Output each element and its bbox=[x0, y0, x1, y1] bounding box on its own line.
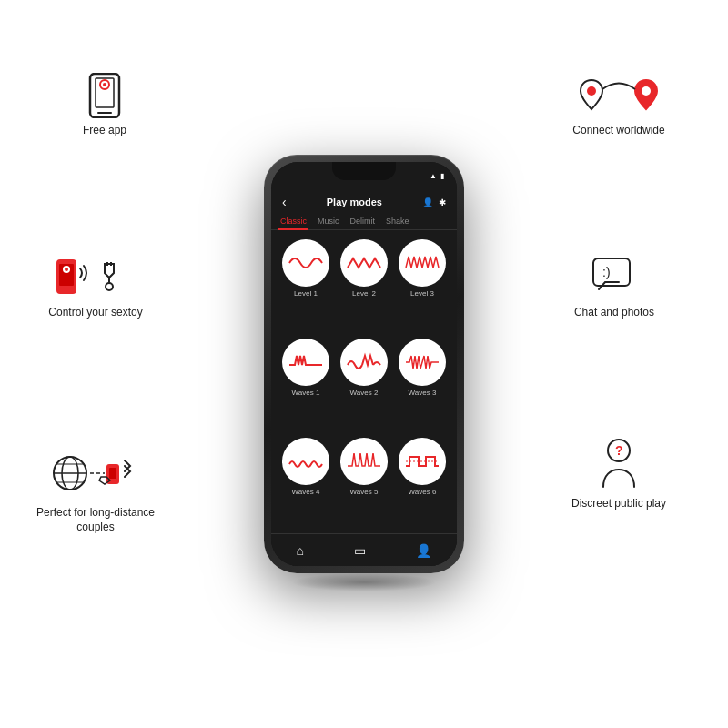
mode-waves3[interactable]: Waves 3 bbox=[397, 339, 448, 430]
phone-notch bbox=[332, 162, 396, 180]
header-icons: 👤 ✱ bbox=[422, 197, 446, 207]
profile-nav-icon[interactable]: 👤 bbox=[416, 543, 431, 558]
svg-text:?: ? bbox=[615, 443, 623, 458]
tab-music[interactable]: Music bbox=[316, 213, 341, 229]
bottom-nav: ⌂ ▭ 👤 bbox=[271, 533, 457, 566]
svg-point-8 bbox=[65, 268, 68, 271]
phone-outer: ▲ ▮ ‹ Play modes 👤 ✱ Classic Music bbox=[264, 155, 464, 573]
chat-nav-icon[interactable]: ▭ bbox=[354, 543, 366, 558]
mode-circle-level2 bbox=[340, 239, 388, 287]
mode-circle-level1 bbox=[282, 239, 329, 287]
mode-circle-level3 bbox=[399, 239, 446, 287]
feature-discreet: ? Discreet public play bbox=[560, 437, 678, 511]
wifi-icon: ▲ bbox=[430, 172, 437, 180]
app-title: Play modes bbox=[287, 197, 422, 207]
phone-inner: ▲ ▮ ‹ Play modes 👤 ✱ Classic Music bbox=[271, 162, 457, 566]
longdist-label: Perfect for long-distance couples bbox=[27, 506, 164, 534]
mode-waves1[interactable]: Waves 1 bbox=[280, 339, 331, 430]
mode-waves4[interactable]: Waves 4 bbox=[280, 438, 331, 530]
connect-icon bbox=[573, 73, 664, 118]
control-label: Control your sextoy bbox=[48, 306, 142, 320]
mode-label-level3: Level 3 bbox=[410, 289, 434, 298]
modes-grid: Level 1 Level 2 bbox=[271, 236, 457, 533]
mode-label-waves4: Waves 4 bbox=[292, 488, 320, 496]
chat-label: Chat and photos bbox=[574, 306, 654, 320]
mode-label-level1: Level 1 bbox=[294, 289, 318, 298]
page-container: Free app Control your sextoy bbox=[0, 0, 728, 728]
phone-shadow bbox=[291, 573, 437, 592]
battery-icon: ▮ bbox=[440, 172, 444, 180]
mode-label-waves3: Waves 3 bbox=[409, 389, 437, 397]
screen-content: ‹ Play modes 👤 ✱ Classic Music Delimit S… bbox=[271, 189, 457, 566]
mode-circle-waves6 bbox=[399, 438, 446, 485]
feature-chat: :) Chat and photos bbox=[555, 255, 673, 320]
control-icon bbox=[55, 255, 136, 300]
mode-waves6[interactable]: Waves 6 bbox=[397, 438, 448, 530]
connect-label: Connect worldwide bbox=[572, 124, 664, 138]
chat-icon: :) bbox=[592, 255, 637, 300]
mode-circle-waves5 bbox=[340, 438, 388, 485]
svg-point-22 bbox=[642, 86, 651, 96]
svg-point-21 bbox=[587, 86, 596, 96]
feature-free-app: Free app bbox=[55, 73, 155, 138]
mode-label-waves2: Waves 2 bbox=[350, 389, 379, 397]
bluetooth-icon: ✱ bbox=[439, 197, 446, 207]
mode-circle-waves4 bbox=[282, 438, 329, 485]
svg-point-12 bbox=[106, 283, 113, 290]
svg-point-3 bbox=[103, 83, 106, 86]
feature-connect: Connect worldwide bbox=[555, 73, 682, 138]
mode-label-level2: Level 2 bbox=[352, 289, 376, 298]
feature-longdist: Perfect for long-distance couples bbox=[27, 446, 164, 534]
mode-level2[interactable]: Level 2 bbox=[339, 239, 389, 331]
longdist-icon bbox=[50, 446, 141, 500]
tab-delimit[interactable]: Delimit bbox=[349, 213, 378, 229]
discreet-icon: ? bbox=[596, 437, 642, 491]
tabs-bar: Classic Music Delimit Shake bbox=[271, 213, 457, 230]
mode-circle-waves2 bbox=[340, 339, 388, 386]
discreet-label: Discreet public play bbox=[571, 497, 666, 511]
mode-level3[interactable]: Level 3 bbox=[397, 239, 448, 331]
svg-rect-20 bbox=[109, 468, 116, 479]
person-icon: 👤 bbox=[422, 197, 433, 207]
free-app-label: Free app bbox=[83, 124, 126, 138]
mode-circle-waves3 bbox=[399, 339, 446, 386]
app-header: ‹ Play modes 👤 ✱ bbox=[271, 189, 457, 213]
mode-waves5[interactable]: Waves 5 bbox=[339, 438, 389, 530]
tab-shake[interactable]: Shake bbox=[384, 213, 411, 229]
mode-level1[interactable]: Level 1 bbox=[280, 239, 331, 331]
mode-label-waves1: Waves 1 bbox=[292, 389, 320, 397]
mode-waves2[interactable]: Waves 2 bbox=[339, 339, 389, 430]
feature-control: Control your sextoy bbox=[36, 255, 155, 320]
mode-label-waves6: Waves 6 bbox=[409, 488, 437, 496]
free-app-icon bbox=[86, 73, 123, 118]
tab-classic[interactable]: Classic bbox=[278, 213, 308, 229]
svg-rect-1 bbox=[96, 78, 114, 107]
svg-text::): :) bbox=[602, 265, 611, 279]
phone: ▲ ▮ ‹ Play modes 👤 ✱ Classic Music bbox=[264, 155, 464, 573]
mode-circle-waves1 bbox=[282, 339, 329, 386]
home-nav-icon[interactable]: ⌂ bbox=[297, 543, 304, 558]
mode-label-waves5: Waves 5 bbox=[350, 488, 379, 496]
